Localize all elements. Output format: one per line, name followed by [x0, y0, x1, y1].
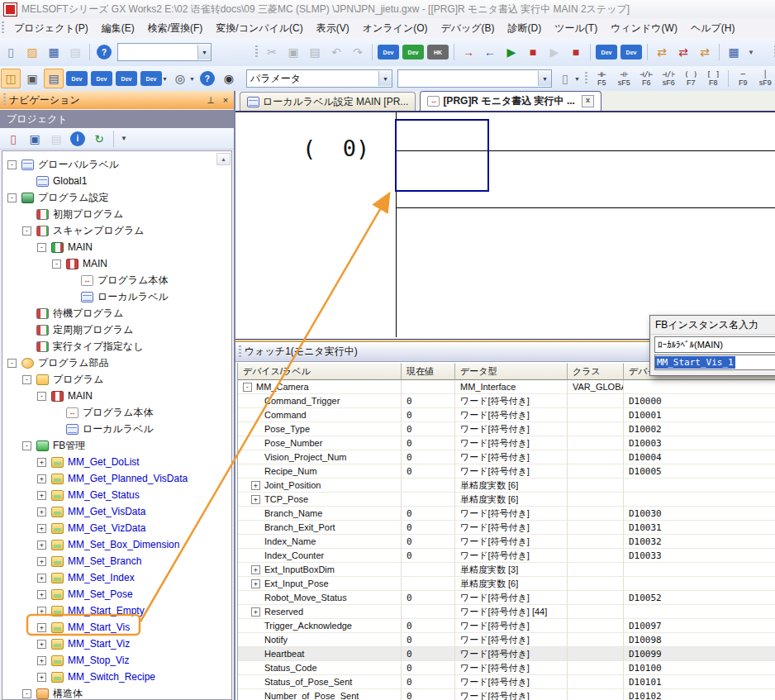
tree-item--[interactable]: -プログラム設定 — [2, 189, 231, 206]
collapse-icon[interactable]: - — [7, 359, 17, 368]
tree-item-main[interactable]: -MAIN — [2, 388, 231, 404]
label-target-combo[interactable]: ﾛｰｶﾙﾗﾍﾞﾙ(MAIN) ▼ — [654, 336, 775, 353]
expand-icon[interactable]: + — [37, 640, 46, 649]
device-comment-icon[interactable]: Dev — [66, 71, 88, 86]
expand-icon[interactable]: + — [37, 491, 46, 500]
tree-item-fb-[interactable]: -FB管理 — [2, 437, 231, 454]
device-memory-icon[interactable]: Dev — [91, 71, 112, 86]
device-display-icon[interactable]: Dev — [140, 71, 162, 86]
watch-row-index_counter[interactable]: Index_Counter0ワード[符号付き]D10033 — [238, 549, 775, 563]
collapse-icon[interactable]: - — [243, 383, 252, 392]
property-icon[interactable]: i — [70, 131, 85, 146]
menu-item-9[interactable]: ウィンドウ(W) — [604, 20, 684, 36]
pin-icon[interactable]: ⊥ — [204, 94, 217, 107]
device-display-icon-dropdown-icon[interactable]: ▼ — [162, 76, 168, 82]
watch-row-ext_input_pose[interactable]: +Ext_Input_Pose単精度実数 [6] — [238, 577, 775, 591]
watch-row-joint_position[interactable]: +Joint_Position単精度実数 [6] — [238, 479, 775, 493]
fkey-vline[interactable]: │sF9 — [754, 67, 775, 90]
ladder-cursor-cell[interactable] — [395, 119, 489, 192]
tree-item-mm-start-viz[interactable]: +MM_Start_Viz — [2, 636, 231, 652]
sort-icon[interactable]: ▼ — [118, 129, 130, 149]
fkey-closed-branch[interactable]: ⊣/⊦sF6 — [658, 67, 680, 90]
parameter-combo[interactable]: パラメータ▼ — [246, 69, 392, 88]
new-project-icon[interactable]: ▯ — [1, 42, 21, 62]
tree-item--[interactable]: -プログラム部品 — [2, 355, 231, 371]
expand-icon[interactable]: + — [251, 607, 260, 617]
tree-item-mm-set-index[interactable]: +MM_Set_Index — [2, 569, 231, 586]
tree-item--[interactable]: 待機プログラム — [2, 305, 231, 321]
cut-icon[interactable]: ✂ — [262, 42, 282, 62]
chevron-down-icon[interactable]: ▼ — [538, 71, 551, 86]
device-list-icon[interactable]: Dev — [116, 71, 137, 86]
collapse-icon[interactable]: - — [22, 689, 31, 698]
fkey-closed-contact[interactable]: ⊣/⊢F6 — [635, 67, 658, 90]
watch-row-heartbeat[interactable]: Heartbeat0ワード[符号付き]D10099 — [238, 647, 775, 661]
outline-window-icon[interactable]: ▤ — [44, 69, 64, 88]
expand-icon[interactable]: + — [251, 579, 260, 588]
expand-icon[interactable]: + — [37, 524, 46, 533]
tree-item-mm-get-planned-visdata[interactable]: +MM_Get_Planned_VisData — [2, 470, 231, 487]
remote-operation-icon[interactable]: ⇄ — [695, 42, 715, 62]
expand-icon[interactable]: + — [251, 481, 260, 490]
expand-icon[interactable]: + — [37, 656, 46, 665]
watch-row-status_of_pose_sent[interactable]: Status_of_Pose_Sent0ワード[符号付き]D10101 — [238, 675, 775, 689]
save-project-icon[interactable]: ▦ — [44, 42, 64, 62]
tree-item--[interactable]: 実行タイプ指定なし — [2, 338, 231, 355]
fkey-open-contact[interactable]: ⊣⊢F5 — [591, 67, 613, 90]
tree-item-mm-start-empty[interactable]: +MM_Start_Empty — [2, 602, 231, 619]
tree-item-mm-get-dolist[interactable]: +MM_Get_DoList — [2, 454, 231, 470]
watch-row-recipe_num[interactable]: Recipe_Num0ワード[符号付き]D10005 — [238, 464, 775, 479]
collapse-icon[interactable]: - — [22, 226, 31, 236]
collapse-icon[interactable]: - — [37, 392, 46, 401]
fkey-instruction[interactable]: [ ]F8 — [702, 67, 725, 90]
expand-icon[interactable]: + — [37, 458, 46, 467]
expand-icon[interactable]: + — [251, 495, 260, 504]
collapse-icon[interactable]: - — [7, 193, 17, 202]
find-target-combo[interactable]: ▼ — [397, 69, 552, 88]
device-comment-read-icon[interactable]: Dev — [402, 45, 424, 60]
tab-program-monitor[interactable]: [PRG]R モニタ書込 実行中 ... x — [420, 91, 601, 111]
docking-window-icon[interactable]: ◫ — [1, 69, 21, 88]
fkey-open-branch[interactable]: ⊣⊦sF5 — [613, 67, 635, 90]
monitor-write-icon[interactable]: ■ — [566, 42, 586, 62]
redo-icon[interactable]: ↷ — [348, 42, 368, 62]
watch-row-trigger_acknowledge[interactable]: Trigger_Acknowledge0ワード[符号付き]D10097 — [238, 619, 775, 633]
column-header-3[interactable]: クラス — [568, 363, 624, 380]
column-header-2[interactable]: データ型 — [455, 363, 568, 380]
expand-icon[interactable]: + — [37, 607, 46, 616]
instance-name-input[interactable]: MM_Start_Vis_1 — [654, 355, 775, 370]
menu-item-3[interactable]: 変換/コンパイル(C) — [209, 20, 309, 36]
read-from-plc-icon[interactable]: ← — [480, 42, 500, 62]
watch-row-pose_number[interactable]: Pose_Number0ワード[符号付き]D10003 — [238, 436, 775, 450]
tree-item-main[interactable]: -MAIN — [2, 255, 231, 272]
column-header-0[interactable]: デバイス/ラベル — [238, 363, 402, 380]
tab-local-label-setting[interactable]: ローカルラベル設定 MAIN [PR... — [240, 92, 416, 111]
tree-item--[interactable]: 定周期プログラム — [2, 321, 231, 338]
tree-item--[interactable]: -構造体 — [2, 685, 231, 700]
tree-item--[interactable]: 初期プログラム — [2, 206, 231, 222]
tree-item-main[interactable]: -MAIN — [2, 239, 231, 255]
watch-row-tcp_pose[interactable]: +TCP_Pose単精度実数 [6] — [238, 493, 775, 507]
tree-item-mm-get-visdata[interactable]: +MM_Get_VisData — [2, 503, 231, 520]
tree-item--[interactable]: -スキャンプログラム — [2, 222, 231, 239]
tree-item--[interactable]: ローカルラベル — [2, 288, 231, 305]
menu-item-7[interactable]: 診断(D) — [502, 20, 549, 36]
watch-row-notify[interactable]: Notify0ワード[符号付き]D10098 — [238, 633, 775, 647]
watch-row-index_name[interactable]: Index_Name0ワード[符号付き]D10032 — [238, 535, 775, 549]
menu-item-4[interactable]: 表示(V) — [310, 20, 356, 36]
collapse-icon[interactable]: - — [22, 441, 31, 450]
menu-item-8[interactable]: ツール(T) — [548, 20, 604, 36]
tree-item-mm-stop-viz[interactable]: +MM_Stop_Viz — [2, 652, 231, 669]
expand-icon[interactable]: + — [37, 590, 46, 599]
expand-icon[interactable]: + — [37, 557, 46, 566]
paste-icon[interactable]: ▤ — [305, 42, 325, 62]
tree-item--[interactable]: プログラム本体 — [2, 272, 231, 288]
tree-item-mm-get-vizdata[interactable]: +MM_Get_VizData — [2, 520, 231, 536]
device-batch-monitor-icon[interactable]: Dev — [596, 45, 617, 60]
watch-row-number_of_pose_sent[interactable]: Number_of_Pose_Sent0ワード[符号付き]D10102 — [238, 689, 775, 700]
tree-item--[interactable]: プログラム本体 — [2, 404, 231, 421]
refresh-icon[interactable]: ↻ — [89, 129, 109, 149]
menu-item-6[interactable]: デバッグ(B) — [434, 20, 501, 36]
device-comment-verify-icon[interactable]: HK — [427, 45, 449, 60]
menu-item-10[interactable]: ヘルプ(H) — [684, 20, 742, 36]
